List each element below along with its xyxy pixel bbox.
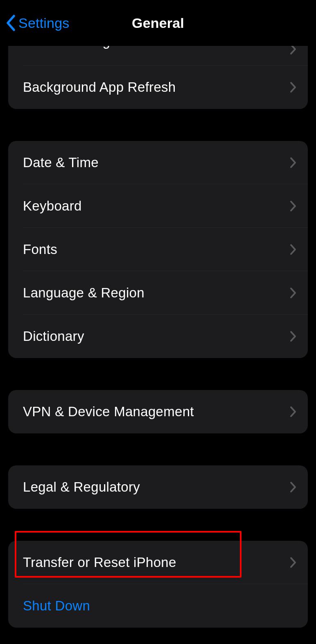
settings-list[interactable]: iPhone Storage Background App Refresh Da…: [0, 46, 316, 628]
row-iphone-storage[interactable]: iPhone Storage: [8, 46, 308, 66]
navigation-bar: Settings General: [0, 0, 316, 46]
row-transfer-reset[interactable]: Transfer or Reset iPhone: [8, 541, 308, 584]
chevron-right-icon: [290, 481, 296, 493]
row-label: Background App Refresh: [23, 79, 176, 95]
row-dictionary[interactable]: Dictionary: [8, 315, 308, 358]
chevron-left-icon: [2, 14, 19, 32]
row-label: Transfer or Reset iPhone: [23, 555, 176, 570]
row-fonts[interactable]: Fonts: [8, 228, 308, 271]
row-keyboard[interactable]: Keyboard: [8, 184, 308, 228]
back-label: Settings: [18, 15, 69, 31]
row-label: Legal & Regulatory: [23, 479, 140, 495]
chevron-right-icon: [290, 331, 296, 342]
chevron-right-icon: [290, 200, 296, 212]
row-label: Shut Down: [23, 598, 90, 614]
group-legal: Legal & Regulatory: [8, 465, 308, 509]
chevron-right-icon: [290, 557, 296, 568]
row-label: Fonts: [23, 242, 57, 257]
group-vpn: VPN & Device Management: [8, 390, 308, 433]
back-button[interactable]: Settings: [2, 0, 69, 46]
group-reset: Transfer or Reset iPhone Shut Down: [8, 541, 308, 628]
row-label: Language & Region: [23, 285, 144, 301]
row-language-region[interactable]: Language & Region: [8, 271, 308, 315]
row-label: Keyboard: [23, 198, 82, 214]
chevron-right-icon: [290, 244, 296, 255]
chevron-right-icon: [290, 82, 296, 93]
row-date-time[interactable]: Date & Time: [8, 141, 308, 184]
row-shut-down[interactable]: Shut Down: [8, 584, 308, 628]
chevron-right-icon: [290, 157, 296, 168]
row-legal-regulatory[interactable]: Legal & Regulatory: [8, 465, 308, 509]
row-label: Dictionary: [23, 329, 84, 344]
row-label: VPN & Device Management: [23, 404, 194, 420]
chevron-right-icon: [290, 46, 296, 55]
group-storage: iPhone Storage Background App Refresh: [8, 46, 308, 109]
chevron-right-icon: [290, 406, 296, 417]
row-vpn-device-management[interactable]: VPN & Device Management: [8, 390, 308, 433]
chevron-right-icon: [290, 287, 296, 299]
row-background-app-refresh[interactable]: Background App Refresh: [8, 66, 308, 109]
row-label: Date & Time: [23, 155, 99, 170]
page-title: General: [132, 15, 184, 31]
group-datetime: Date & Time Keyboard Fonts Language & Re…: [8, 141, 308, 358]
row-label: iPhone Storage: [23, 46, 118, 49]
